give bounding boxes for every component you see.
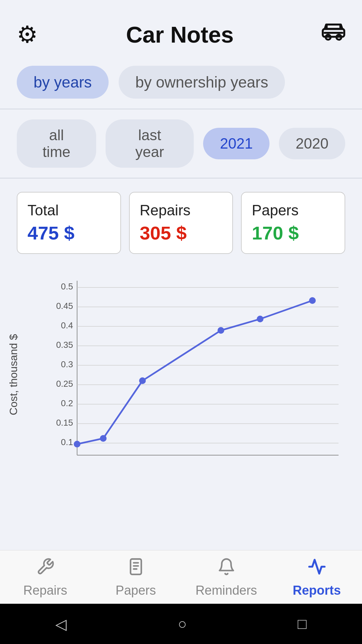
chart-point xyxy=(74,441,80,447)
reports-icon xyxy=(308,557,326,581)
svg-text:0.5: 0.5 xyxy=(61,281,73,291)
bottom-nav: Repairs Papers Reminders Reports xyxy=(0,550,362,604)
svg-text:0.45: 0.45 xyxy=(56,301,73,311)
nav-reminders[interactable]: Reminders xyxy=(181,557,272,598)
chart-point xyxy=(257,316,263,322)
nav-papers[interactable]: Papers xyxy=(90,557,181,598)
chart-y-label: Cost, thousand $ xyxy=(7,334,20,415)
card-repairs-value: 305 $ xyxy=(140,222,223,244)
reminders-icon xyxy=(217,557,236,581)
filter-by-ownership-years[interactable]: by ownership years xyxy=(119,66,285,99)
filter-row-2: all time last year 2021 2020 xyxy=(0,113,362,174)
chart-point xyxy=(309,297,316,304)
chart-point xyxy=(218,327,224,334)
card-total-value: 475 $ xyxy=(27,222,110,244)
android-home[interactable]: ○ xyxy=(178,615,187,632)
nav-reports-label: Reports xyxy=(293,583,341,598)
chart-container: Cost, thousand $ 0.5 0.45 0.4 0.35 0.3 xyxy=(17,271,345,479)
divider-1 xyxy=(0,109,362,109)
divider-2 xyxy=(0,178,362,178)
card-total: Total 475 $ xyxy=(17,192,121,254)
chart-inner: 0.5 0.45 0.4 0.35 0.3 0.25 0.2 0.15 0.1 xyxy=(44,271,345,479)
svg-text:0.35: 0.35 xyxy=(56,340,73,350)
card-total-label: Total xyxy=(27,202,110,219)
card-repairs: Repairs 305 $ xyxy=(129,192,233,254)
card-repairs-label: Repairs xyxy=(140,202,223,219)
chart-line xyxy=(77,301,312,444)
app-title: Car Notes xyxy=(126,21,234,48)
android-nav-bar: ◁ ○ □ xyxy=(0,604,362,644)
filter-by-years[interactable]: by years xyxy=(17,66,109,99)
header: ⚙ Car Notes xyxy=(0,0,362,59)
svg-text:0.1: 0.1 xyxy=(61,437,73,447)
nav-repairs[interactable]: Repairs xyxy=(0,557,90,598)
chart-svg: 0.5 0.45 0.4 0.35 0.3 0.25 0.2 0.15 0.1 xyxy=(44,271,345,479)
summary-cards: Total 475 $ Repairs 305 $ Papers 170 $ xyxy=(0,182,362,264)
filter-2021[interactable]: 2021 xyxy=(203,128,269,159)
svg-text:0.3: 0.3 xyxy=(61,359,73,369)
filter-all-time[interactable]: all time xyxy=(17,119,96,168)
gear-icon[interactable]: ⚙ xyxy=(17,21,38,48)
card-papers-label: Papers xyxy=(252,202,335,219)
car-icon[interactable] xyxy=(322,20,345,49)
card-papers-value: 170 $ xyxy=(252,222,335,244)
svg-text:0.2: 0.2 xyxy=(61,398,73,408)
svg-text:0.25: 0.25 xyxy=(56,379,73,389)
nav-reports[interactable]: Reports xyxy=(272,557,362,598)
chart-point xyxy=(100,435,107,442)
svg-text:0.4: 0.4 xyxy=(61,320,73,330)
repairs-icon xyxy=(36,557,55,581)
papers-icon xyxy=(127,557,145,581)
android-recent[interactable]: □ xyxy=(298,615,307,632)
filter-last-year[interactable]: last year xyxy=(106,119,194,168)
filter-2020[interactable]: 2020 xyxy=(279,128,345,159)
nav-papers-label: Papers xyxy=(116,583,156,598)
filter-row-1: by years by ownership years xyxy=(0,59,362,105)
nav-reminders-label: Reminders xyxy=(195,583,257,598)
android-back[interactable]: ◁ xyxy=(55,615,67,633)
card-papers: Papers 170 $ xyxy=(241,192,345,254)
svg-text:0.15: 0.15 xyxy=(56,418,73,428)
nav-repairs-label: Repairs xyxy=(23,583,67,598)
chart-point xyxy=(139,377,146,384)
